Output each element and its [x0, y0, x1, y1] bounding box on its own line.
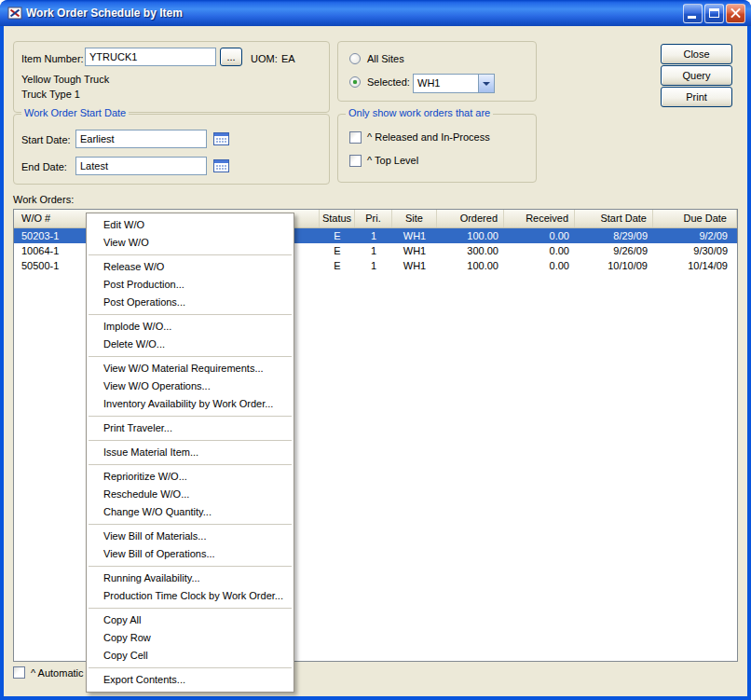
start-date-label: Start Date:: [21, 134, 71, 145]
cell-due-date: 10/14/09: [653, 258, 737, 273]
cell-start-date: 9/26/09: [575, 243, 653, 258]
end-date-calendar-button[interactable]: [211, 157, 231, 175]
item-description-line2: Truck Type 1: [21, 89, 80, 100]
column-header-site[interactable]: Site: [392, 210, 437, 227]
titlebar[interactable]: Work Order Schedule by Item: [0, 0, 751, 26]
work-orders-label: Work Orders:: [13, 194, 74, 205]
maximize-icon: [709, 8, 719, 18]
menu-item-issue-material-item[interactable]: Issue Material Item...: [87, 444, 294, 461]
menu-separator: [89, 440, 292, 441]
cell-received: 0.00: [504, 243, 575, 258]
menu-separator: [89, 608, 292, 609]
menu-separator: [89, 416, 292, 417]
close-window-button[interactable]: [726, 4, 745, 23]
top-level-checkbox[interactable]: [349, 155, 362, 167]
menu-item-view-bill-of-materials[interactable]: View Bill of Materials...: [87, 528, 294, 545]
column-header-start-date[interactable]: Start Date: [575, 210, 653, 227]
menu-separator: [89, 356, 292, 357]
column-header-received[interactable]: Received: [504, 210, 575, 227]
work-order-schedule-window: Work Order Schedule by Item Item Number:…: [0, 0, 751, 700]
menu-item-copy-all[interactable]: Copy All: [87, 611, 294, 629]
automatic-update-checkbox[interactable]: [13, 666, 25, 679]
column-header-status[interactable]: Status: [320, 210, 355, 227]
cell-site: WH1: [392, 258, 437, 273]
all-sites-label: All Sites: [367, 53, 404, 64]
item-number-input[interactable]: [85, 48, 216, 66]
cell-status: E: [320, 258, 355, 273]
menu-item-view-material-requirements[interactable]: View W/O Material Requirements...: [87, 360, 294, 377]
released-in-process-checkbox[interactable]: [349, 131, 362, 144]
maximize-button[interactable]: [704, 4, 724, 23]
window-title: Work Order Schedule by Item: [26, 7, 183, 20]
menu-item-view-wo-operations[interactable]: View W/O Operations...: [87, 377, 294, 395]
cell-due-date: 9/2/09: [653, 228, 737, 243]
column-header-ordered[interactable]: Ordered: [437, 210, 504, 227]
combobox-dropdown-button[interactable]: [478, 75, 494, 92]
cell-ordered: 300.00: [437, 243, 504, 258]
menu-item-reschedule-wo[interactable]: Reschedule W/O...: [87, 486, 294, 503]
cell-ordered: 100.00: [437, 258, 504, 273]
cell-start-date: 8/29/09: [575, 228, 653, 243]
selected-site-label: Selected:: [367, 76, 410, 88]
menu-item-change-wo-quantity[interactable]: Change W/O Quantity...: [87, 503, 294, 521]
close-button[interactable]: Close: [661, 44, 732, 64]
selected-site-radio[interactable]: [349, 76, 361, 88]
menu-item-edit-wo[interactable]: Edit W/O: [87, 216, 294, 234]
site-combobox[interactable]: WH1: [413, 74, 495, 93]
item-browse-button[interactable]: ...: [220, 48, 242, 66]
site-combobox-value: WH1: [414, 75, 478, 92]
item-group: Item Number: ... UOM: EA Yellow Tough Tr…: [13, 41, 330, 113]
item-description-line1: Yellow Tough Truck: [21, 74, 109, 85]
menu-item-implode-wo[interactable]: Implode W/O...: [87, 318, 294, 336]
top-level-label: ^ Top Level: [367, 155, 418, 166]
end-date-input[interactable]: [75, 157, 207, 175]
uom-label: UOM:: [251, 53, 278, 64]
minimize-button[interactable]: [683, 4, 703, 23]
menu-item-copy-cell[interactable]: Copy Cell: [87, 647, 294, 665]
start-date-calendar-button[interactable]: [211, 130, 231, 148]
menu-item-print-traveler[interactable]: Print Traveler...: [87, 419, 294, 437]
menu-separator: [89, 464, 292, 465]
menu-separator: [89, 524, 292, 525]
filter-group-title: Only show work orders that are: [346, 107, 493, 118]
all-sites-radio[interactable]: [349, 53, 361, 64]
menu-item-running-availability[interactable]: Running Availability...: [87, 570, 294, 587]
close-icon: [727, 5, 744, 22]
calendar-icon: [213, 134, 229, 148]
app-icon: [7, 6, 22, 21]
print-button[interactable]: Print: [661, 87, 732, 107]
cell-site: WH1: [392, 228, 437, 243]
start-date-input[interactable]: [75, 130, 207, 148]
menu-item-delete-wo[interactable]: Delete W/O...: [87, 336, 294, 353]
cell-ordered: 100.00: [437, 228, 504, 243]
column-header-due-date[interactable]: Due Date: [653, 210, 737, 227]
menu-item-copy-row[interactable]: Copy Row: [87, 629, 294, 647]
cell-received: 0.00: [504, 228, 575, 243]
menu-item-inventory-availability[interactable]: Inventory Availability by Work Order...: [87, 395, 294, 413]
menu-item-view-bill-of-operations[interactable]: View Bill of Operations...: [87, 545, 294, 563]
cell-site: WH1: [392, 243, 437, 258]
menu-item-export-contents[interactable]: Export Contents...: [87, 671, 294, 689]
cell-priority: 1: [355, 258, 392, 273]
dialog-content: Item Number: ... UOM: EA Yellow Tough Tr…: [4, 26, 747, 696]
automatic-update-label: ^ Automatic: [31, 667, 84, 679]
released-in-process-label: ^ Released and In-Process: [367, 131, 490, 143]
menu-item-production-time-clock[interactable]: Production Time Clock by Work Order...: [87, 587, 294, 605]
uom-value: EA: [281, 53, 295, 64]
end-date-label: End Date:: [21, 161, 67, 172]
column-header-priority[interactable]: Pri.: [355, 210, 392, 227]
cell-priority: 1: [355, 228, 392, 243]
query-button[interactable]: Query: [661, 65, 732, 86]
cell-priority: 1: [355, 243, 392, 258]
menu-separator: [89, 314, 292, 315]
cell-start-date: 10/10/09: [575, 258, 653, 273]
cell-received: 0.00: [504, 258, 575, 273]
menu-item-release-wo[interactable]: Release W/O: [87, 258, 294, 276]
cell-status: E: [320, 243, 355, 258]
menu-item-reprioritize-wo[interactable]: Reprioritize W/O...: [87, 468, 294, 486]
menu-item-post-operations[interactable]: Post Operations...: [87, 294, 294, 311]
start-date-group: Work Order Start Date Start Date: End Da…: [13, 114, 330, 185]
menu-item-post-production[interactable]: Post Production...: [87, 276, 294, 294]
calendar-icon: [213, 161, 229, 175]
menu-item-view-wo[interactable]: View W/O: [87, 234, 294, 252]
